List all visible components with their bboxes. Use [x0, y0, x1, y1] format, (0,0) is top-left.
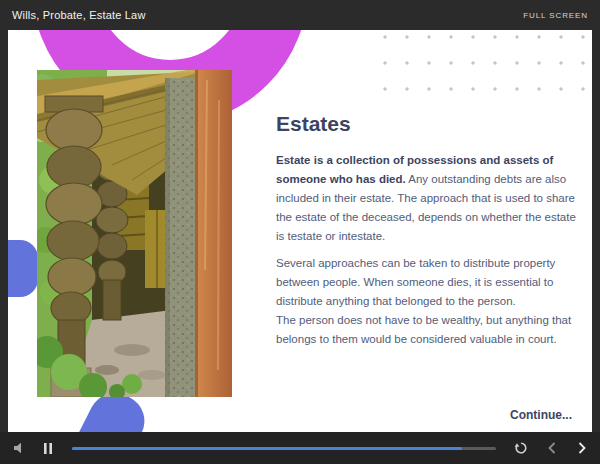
previous-button[interactable] [544, 439, 560, 457]
fullscreen-button[interactable]: FULL SCREEN [523, 9, 588, 22]
volume-button[interactable] [10, 439, 28, 457]
course-player-window: Wills, Probate, Estate Law FULL SCREEN [0, 0, 600, 464]
replay-button[interactable] [512, 439, 530, 457]
decorative-blue-pill [8, 240, 38, 297]
course-title: Wills, Probate, Estate Law [12, 9, 146, 21]
intro-paragraph: Estate is a collection of possessions an… [276, 151, 580, 246]
slide: Estates Estate is a collection of posses… [8, 30, 592, 432]
speaker-icon [12, 441, 26, 455]
player-controls [0, 432, 600, 464]
decorative-dot-grid [374, 30, 592, 104]
pause-icon [42, 442, 54, 455]
chevron-right-icon [576, 441, 588, 455]
seek-bar-fill [72, 447, 462, 450]
pause-button[interactable] [40, 440, 56, 457]
slide-content: Estates Estate is a collection of posses… [276, 112, 580, 349]
chevron-left-icon [546, 441, 558, 455]
slide-heading: Estates [276, 112, 580, 136]
slide-photo [37, 70, 232, 397]
replay-icon [514, 441, 528, 455]
seek-bar[interactable] [72, 447, 496, 450]
porch-photo-illustration [37, 70, 232, 397]
paragraph-wealthy: The person does not have to be wealthy, … [276, 311, 580, 349]
continue-link[interactable]: Continue... [510, 408, 572, 422]
paragraph-distribute: Several approaches can be taken to distr… [276, 254, 580, 311]
player-header: Wills, Probate, Estate Law FULL SCREEN [0, 0, 600, 30]
next-button[interactable] [574, 439, 590, 457]
